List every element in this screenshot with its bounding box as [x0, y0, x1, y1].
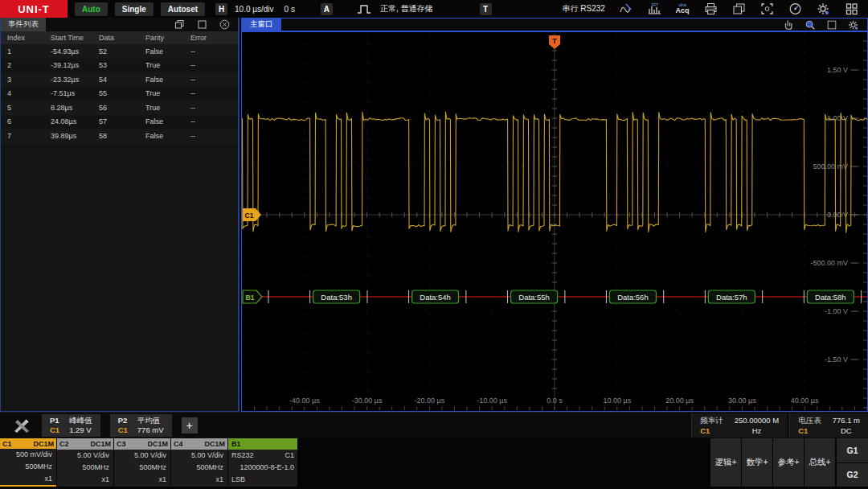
window-layout-icon[interactable] [826, 19, 837, 31]
single-button[interactable]: Single [115, 2, 154, 16]
bus-trigger-key[interactable]: T [480, 3, 492, 15]
svg-text:C1: C1 [245, 212, 254, 220]
top-toolbar: UNI-T Auto Single Autoset H 10.0 µs/div … [0, 0, 868, 18]
main-window-tab[interactable]: 主窗口 [242, 18, 281, 31]
event-row-3[interactable]: 3-23.32µs54False-- [1, 72, 238, 87]
event-row-4[interactable]: 4-7.51µs55True-- [1, 87, 238, 101]
math-add-button[interactable]: 数学+ [742, 438, 772, 487]
svg-text:B1: B1 [246, 294, 255, 302]
channel-card-c3[interactable]: C3DC1M5.00 V/div500MHzx1 [114, 438, 170, 487]
settings-gear-icon[interactable] [816, 2, 830, 16]
svg-text:Data:53h: Data:53h [321, 293, 352, 302]
event-cell: True [145, 89, 190, 97]
trigger-key[interactable]: A [321, 3, 333, 15]
event-cell: -- [190, 132, 238, 140]
waveform-plot[interactable]: 1.50 V1.00 V500.00 mV0.00 V-500.00 mV-1.… [242, 34, 867, 411]
acquire-icon[interactable]: ultra Acq [675, 2, 690, 16]
channel-coupling: DC1M [33, 440, 54, 448]
event-cell: -- [190, 117, 238, 125]
channel-card-c2[interactable]: C2DC1M5.00 V/div500MHzx1 [57, 438, 113, 487]
logic-add-button[interactable]: 逻辑+ [710, 438, 741, 487]
fft-icon[interactable]: FFT [647, 2, 661, 16]
bus-card-b1[interactable]: B1RS232C11200000-8-E-1.0LSB [228, 438, 297, 487]
event-cell: 1 [7, 47, 51, 55]
event-row-1[interactable]: 1-54.93µs52False-- [1, 44, 238, 59]
ref-add-button[interactable]: 参考+ [773, 438, 804, 487]
event-cell: 2 [7, 61, 51, 69]
event-cell: 7 [7, 132, 51, 140]
time-axis-label: -30.00 µs [352, 397, 383, 405]
dashboard-icon[interactable] [788, 2, 802, 16]
channel-header: C4DC1M [171, 438, 227, 450]
event-cell: -- [190, 104, 238, 112]
toolbar-icon-group: FFT ultra Acq [619, 2, 868, 16]
measurement-bar: P1 峰峰值 C1 1.29 V P2 平均值 C1 776 mV + 频率计 … [0, 412, 868, 438]
restore-window-icon[interactable] [174, 19, 185, 30]
event-cell: True [145, 61, 190, 69]
apps-grid-icon[interactable] [844, 2, 858, 16]
waveform-window: 主窗口 1.50 V1.00 V500.00 mV0.00 V-500.00 m… [241, 18, 868, 412]
bus-status[interactable]: 串行 RS232 [563, 3, 605, 14]
event-cell: 57 [99, 117, 145, 125]
timebase-value[interactable]: 10.0 µs/div [235, 5, 274, 14]
channel-id: C1 [2, 440, 12, 448]
bus-config: 1200000-8-E-1.0 [228, 462, 297, 474]
channel-card-c1[interactable]: C1DC1M500 mV/div500MHzx1 [0, 438, 56, 487]
g2-button[interactable]: G2 [837, 463, 868, 487]
close-panel-icon[interactable] [219, 19, 230, 30]
display-settings-icon[interactable] [848, 19, 859, 31]
channel-id: C2 [59, 440, 69, 448]
add-measurement-button[interactable]: + [182, 417, 198, 434]
cursor-waveform-icon[interactable] [619, 2, 633, 16]
event-row-7[interactable]: 739.89µs58False-- [1, 129, 238, 143]
frequency-counter[interactable]: 频率计 250.00000 M C1 Hz [691, 413, 787, 438]
zoom-icon[interactable] [805, 19, 816, 31]
event-cell: 6 [7, 117, 51, 125]
bus-add-button[interactable]: 总线+ [805, 438, 835, 487]
measurement-p1[interactable]: P1 峰峰值 C1 1.29 V [42, 414, 100, 437]
event-cell: -54.93µs [51, 47, 99, 55]
print-icon[interactable] [703, 2, 718, 16]
event-cell: -39.12µs [51, 61, 99, 69]
autoset-button[interactable]: Autoset [161, 2, 205, 16]
channel-header: C1DC1M [0, 438, 56, 449]
event-cell: 52 [99, 47, 145, 55]
event-cell: -- [190, 47, 238, 55]
volt-axis-label: 0.00 V [827, 211, 848, 219]
channel-scale: 5.00 V/div [171, 450, 227, 462]
hand-pan-icon[interactable] [783, 19, 794, 31]
maximize-window-icon[interactable] [197, 19, 207, 30]
event-row-2[interactable]: 2-39.12µs53True-- [1, 59, 238, 73]
horizontal-offset[interactable]: 0 s [285, 5, 295, 14]
horizontal-key[interactable]: H [215, 3, 227, 15]
screenshot-icon[interactable] [760, 2, 774, 16]
event-row-6[interactable]: 624.08µs57False-- [1, 115, 238, 129]
run-mode-button[interactable]: Auto [75, 2, 108, 16]
event-row-5[interactable]: 58.28µs56True-- [1, 101, 238, 115]
g1-button[interactable]: G1 [837, 438, 868, 462]
event-list-panel: 事件列表 IndexStart TimeDataParityError 1-54… [0, 18, 240, 412]
trigger-status[interactable]: 正常, 普通存储 [380, 3, 433, 14]
channel-card-c4[interactable]: C4DC1M5.00 V/div500MHzx1 [171, 438, 227, 487]
measurement-p2[interactable]: P2 平均值 C1 776 mV [110, 414, 172, 437]
channel-header: C2DC1M [57, 438, 113, 450]
bus-protocol-row: RS232C1 [228, 450, 297, 462]
channel-probe: x1 [0, 473, 56, 485]
voltmeter[interactable]: 电压表 776.1 m C1 DC [789, 413, 868, 438]
trigger-position-marker[interactable]: T [549, 35, 560, 49]
decode-frame-box: Data:56h [609, 290, 656, 303]
volt-axis-label: 1.00 V [827, 114, 848, 122]
b1-bus-marker[interactable]: B1 [243, 290, 262, 303]
event-column-header: Index [7, 34, 51, 42]
volt-axis-label: -1.00 V [825, 307, 848, 315]
event-list-titlebar: 事件列表 [1, 18, 238, 31]
time-axis-label: 30.00 µs [728, 397, 756, 405]
event-table-body: 1-54.93µs52False--2-39.12µs53True--3-23.… [1, 44, 238, 143]
svg-text:Data:58h: Data:58h [815, 293, 846, 302]
event-cell: False [145, 47, 190, 55]
measure-tools-icon[interactable] [11, 417, 32, 434]
volt-axis-label: 1.50 V [827, 66, 848, 74]
event-list-tab[interactable]: 事件列表 [1, 18, 46, 31]
channel-id: C3 [117, 440, 126, 448]
file-manager-icon[interactable] [731, 2, 746, 16]
